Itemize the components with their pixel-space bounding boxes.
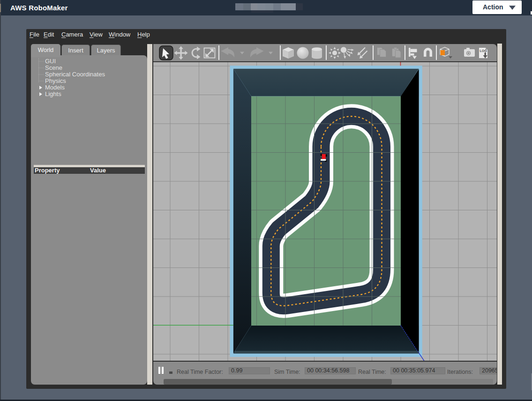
svg-text:LOG: LOG — [480, 49, 487, 52]
